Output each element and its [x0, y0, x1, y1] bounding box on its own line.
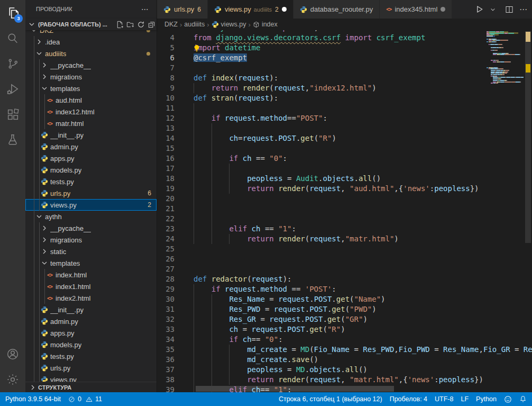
code-editor[interactable]: 3from aythh.models import MD,Audit4from …: [157, 30, 532, 392]
tree-item-tests-py[interactable]: tests.py: [25, 350, 157, 362]
code-line-25[interactable]: 25: [157, 244, 532, 254]
code-line-11[interactable]: 11: [157, 103, 532, 113]
breadcrumb-item-dkz[interactable]: DKZ: [164, 21, 178, 28]
lightbulb-icon[interactable]: [193, 44, 200, 54]
tree-item-static[interactable]: static: [25, 246, 157, 257]
tree-item-apps-py[interactable]: apps.py: [25, 152, 157, 164]
breadcrumb-item-index[interactable]: index: [253, 21, 278, 28]
breadcrumb-item-views-py[interactable]: views.py: [212, 21, 246, 28]
run-button[interactable]: [475, 5, 484, 14]
source-control-icon[interactable]: [0, 51, 25, 76]
code-line-14[interactable]: 14 ch=request.POST.get("R"): [157, 133, 532, 143]
outline-section-header[interactable]: СТРУКТУРА: [25, 382, 157, 392]
tab-views-py[interactable]: views.pyaudiiits2: [208, 0, 293, 19]
tab-database-roouter-py[interactable]: database_roouter.py: [293, 0, 380, 19]
tree-item-init-py[interactable]: __init__.py: [25, 304, 157, 315]
code-line-13[interactable]: 13: [157, 123, 532, 133]
settings-icon[interactable]: [0, 367, 25, 392]
code-line-7[interactable]: 7: [157, 63, 532, 73]
tree-item-admin-py[interactable]: admin.py: [25, 141, 157, 152]
tree-item-pycache[interactable]: __pycache__: [25, 59, 157, 71]
tree-item-pycache[interactable]: __pycache__: [25, 222, 157, 234]
code-line-27[interactable]: 27: [157, 264, 532, 274]
tree-item-index2-html[interactable]: <>index2.html: [25, 292, 157, 304]
code-line-6[interactable]: 6@csrf_exempt: [157, 53, 532, 63]
tree-item-audiiits[interactable]: audiiits: [25, 48, 157, 59]
tree-item-admin-py[interactable]: admin.py: [25, 315, 157, 327]
tree-item-templates[interactable]: templates: [25, 83, 157, 94]
status-encoding[interactable]: UTF-8: [435, 392, 453, 406]
collapse-all-icon[interactable]: [146, 20, 157, 29]
tree-item-urls-py[interactable]: urls.py6: [25, 187, 157, 199]
status-indentation[interactable]: Пробелов: 4: [390, 392, 427, 406]
status-python-interpreter[interactable]: Python 3.9.5 64-bit: [5, 392, 61, 406]
tree-item-index-html[interactable]: <>index.html: [25, 269, 157, 281]
run-and-debug-icon[interactable]: [0, 76, 25, 102]
tree-item-migrations[interactable]: migrations: [25, 71, 157, 83]
tree-item-aythh[interactable]: aythh: [25, 211, 157, 222]
code-line-34[interactable]: 34 if ch== "0":: [157, 335, 532, 345]
refresh-icon[interactable]: [135, 20, 146, 29]
breadcrumb-item-audiiits[interactable]: audiiits: [184, 21, 205, 28]
code-line-32[interactable]: 32 Res_GR = request.POST.get("GR"): [157, 314, 532, 324]
tree-item-templates[interactable]: templates: [25, 257, 157, 269]
tree-item-aud-html[interactable]: <>aud.html: [25, 94, 157, 106]
vertical-scrollbar[interactable]: [525, 31, 531, 243]
tree-item-apps-py[interactable]: apps.py: [25, 327, 157, 339]
tree-item-migrations[interactable]: migrations: [25, 234, 157, 246]
dirty-dot-icon[interactable]: [282, 7, 287, 12]
extensions-icon[interactable]: [0, 102, 25, 127]
code-line-31[interactable]: 31 Res_PWD = request.POST.get("PWD"): [157, 304, 532, 314]
run-dropdown-icon[interactable]: [490, 6, 496, 13]
status-cursor-position[interactable]: Строка 6, столбец 1 (выбрано 12): [279, 392, 382, 406]
overview-ruler[interactable]: [524, 30, 532, 392]
tree-item-index12-html[interactable]: <>index12.html: [25, 106, 157, 118]
code-line-29[interactable]: 29 if request.method == 'POST':: [157, 284, 532, 294]
code-line-15[interactable]: 15: [157, 143, 532, 154]
code-line-38[interactable]: 38 return render(request, "matr.html",{'…: [157, 375, 532, 385]
code-line-33[interactable]: 33 ch = request.POST.get("R"): [157, 324, 532, 335]
notifications-bell-icon[interactable]: [519, 392, 527, 406]
code-line-36[interactable]: 36 md_create.save(): [157, 355, 532, 365]
testing-icon[interactable]: [0, 127, 25, 152]
code-line-30[interactable]: 30 Res_Name = request.POST.get("Name"): [157, 294, 532, 304]
status-language-mode[interactable]: Python: [476, 392, 497, 406]
new-file-icon[interactable]: [114, 20, 125, 29]
workspace-section-header[interactable]: (РАБОЧАЯ ОБЛАСТЬ) ...: [25, 19, 157, 30]
code-line-35[interactable]: 35 md_create = MD(Fio_Name = Res_PWD,Fio…: [157, 345, 532, 355]
tab-urls-py[interactable]: urls.py6: [157, 0, 208, 19]
tree-item-tests-py[interactable]: tests.py: [25, 176, 157, 187]
tab-index345-html[interactable]: <>index345.html: [380, 0, 452, 19]
code-line-18[interactable]: 18 peopless = Audit.objects.all(): [157, 174, 532, 184]
status-eol[interactable]: LF: [461, 392, 469, 406]
tree-item-models-py[interactable]: models.py: [25, 339, 157, 350]
tree-item-init-py[interactable]: __init__.py: [25, 129, 157, 141]
code-line-26[interactable]: 26: [157, 254, 532, 264]
more-actions-icon[interactable]: ⋯: [519, 5, 528, 14]
dirty-dot-icon[interactable]: [441, 7, 445, 12]
tree-item-matr-html[interactable]: <>matr.html: [25, 118, 157, 129]
code-line-24[interactable]: 24 return render(request,"matr.html"): [157, 234, 532, 244]
code-line-9[interactable]: 9 return render(request,"index12.html"): [157, 83, 532, 93]
sidebar-more-actions-icon[interactable]: ⋯: [141, 0, 157, 19]
minimap[interactable]: [487, 30, 524, 392]
code-line-17[interactable]: 17: [157, 164, 532, 174]
account-icon[interactable]: [0, 341, 25, 367]
code-line-4[interactable]: 4from django.views.decorators.csrf impor…: [157, 33, 532, 43]
code-line-8[interactable]: 8def index(request):: [157, 73, 532, 83]
code-line-16[interactable]: 16 if ch == "0":: [157, 154, 532, 164]
code-line-23[interactable]: 23 elif ch == "1":: [157, 224, 532, 234]
code-line-21[interactable]: 21: [157, 204, 532, 214]
feedback-icon[interactable]: [504, 392, 512, 406]
new-folder-icon[interactable]: [125, 20, 135, 29]
status-problems[interactable]: 011: [68, 392, 102, 406]
code-line-5[interactable]: 5import datetime: [157, 43, 532, 53]
search-icon[interactable]: [0, 25, 25, 51]
code-line-37[interactable]: 37 peopless = MD.objects.all(): [157, 365, 532, 375]
code-line-10[interactable]: 10def stran(request):: [157, 93, 532, 103]
tree-item-index1-html[interactable]: <>index1.html: [25, 281, 157, 292]
tree-item-urls-py[interactable]: urls.py: [25, 362, 157, 374]
explorer-icon[interactable]: 3: [0, 0, 25, 25]
code-line-20[interactable]: 20: [157, 194, 532, 204]
tree-item-idea[interactable]: .idea: [25, 36, 157, 48]
